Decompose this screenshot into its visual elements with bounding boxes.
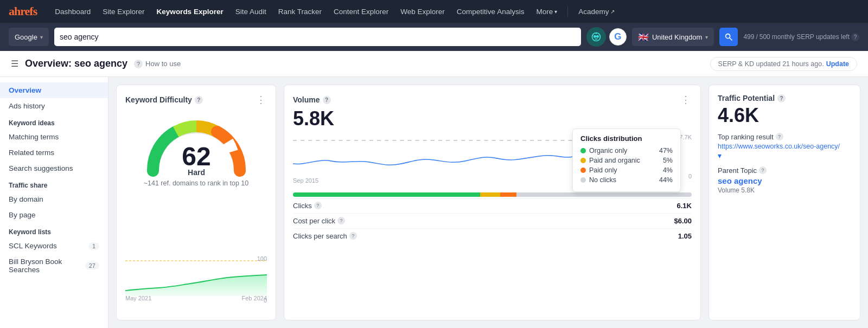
svg-text:62: 62 [182, 142, 210, 171]
search-button[interactable] [719, 28, 738, 46]
chart-y-min-label: 0 [688, 173, 692, 179]
sidebar-section-keyword-lists: Keyword lists [0, 223, 108, 238]
search-input-wrap [54, 28, 581, 46]
how-to-use-button[interactable]: ? How to use [134, 60, 181, 68]
expand-icon[interactable]: ▾ [718, 151, 851, 160]
stat-value: $6.00 [674, 217, 692, 225]
nav-item-web-explorer[interactable]: Web Explorer [394, 0, 451, 23]
chart-y-max: 100 [257, 255, 267, 262]
popup-row-organic: Organic only 47% [580, 147, 673, 155]
parent-topic-label: Parent Topic ? [718, 166, 851, 175]
stat-label: Cost per click ? [293, 217, 345, 225]
volume-card: Volume ? ⋮ 5.8K 7.7K 0 [284, 85, 701, 320]
card-menu-icon[interactable]: ⋮ [256, 94, 267, 106]
kd-chart-svg [125, 255, 267, 296]
stat-value: 1.05 [678, 232, 692, 240]
volume-chart-area: 7.7K 0 Sep 2015 p 2023 [293, 134, 692, 188]
top-result-section: Top ranking result ? https://www.seowork… [718, 133, 851, 160]
clicks-distribution-popup: Clicks distribution Organic only 47% Pai… [572, 128, 681, 192]
sidebar: Overview Ads history Keyword ideas Match… [0, 77, 108, 328]
question-icon[interactable]: ? [349, 232, 357, 240]
stat-row-cpc: Cost per click ? $6.00 [293, 213, 692, 228]
kd-card-header: Keyword Difficulty ? ⋮ [125, 94, 267, 106]
sidebar-item-by-page[interactable]: By page [0, 207, 108, 223]
nav-item-rank-tracker[interactable]: Rank Tracker [272, 0, 328, 23]
chevron-down-icon: ▾ [554, 9, 557, 15]
external-link-icon: ↗ [610, 9, 615, 15]
sidebar-item-by-domain[interactable]: By domain [0, 191, 108, 207]
pb-no-clicks [516, 192, 692, 197]
stat-row-cps: Clicks per search ? 1.05 [293, 228, 692, 243]
sidebar-item-ads-history[interactable]: Ads history [0, 98, 108, 114]
no-clicks-dot [580, 177, 586, 183]
sidebar-item-matching-terms[interactable]: Matching terms [0, 129, 108, 145]
sidebar-item-scl-keywords[interactable]: SCL Keywords 1 [0, 238, 108, 254]
nav-item-keywords-explorer[interactable]: Keywords Explorer [151, 0, 229, 23]
kd-description: ~141 ref. domains to rank in top 10 [144, 179, 249, 187]
sidebar-item-bill-bryson[interactable]: Bill Bryson Book Searches 27 [0, 254, 108, 278]
clicks-progress-bar [293, 192, 692, 197]
search-icon [724, 33, 733, 41]
popup-row-paid-organic: Paid and organic 5% [580, 157, 673, 164]
search-input[interactable] [60, 33, 576, 41]
list-count-badge: 1 [88, 242, 99, 250]
serp-count: 499 / 500 monthly SERP updates left ? [743, 33, 859, 41]
nav-item-more[interactable]: More ▾ [530, 0, 563, 23]
hamburger-icon[interactable]: ☰ [11, 59, 18, 69]
header-bar: ☰ Overview: seo agency ? How to use SERP… [0, 51, 868, 77]
sidebar-item-search-suggestions[interactable]: Search suggestions [0, 160, 108, 176]
update-link[interactable]: Update [826, 60, 849, 68]
popup-row-no-clicks: No clicks 44% [580, 176, 673, 184]
question-icon[interactable]: ? [314, 202, 322, 209]
volume-card-title: Volume ? [293, 95, 331, 104]
page-title: Overview: seo agency [25, 58, 127, 69]
question-icon[interactable]: ? [777, 94, 786, 102]
svg-point-1 [594, 36, 596, 37]
sidebar-item-related-terms[interactable]: Related terms [0, 145, 108, 160]
svg-point-2 [597, 36, 598, 37]
nav-item-competitive-analysis[interactable]: Competitive Analysis [451, 0, 531, 23]
nav-item-site-explorer[interactable]: Site Explorer [97, 0, 150, 23]
top-result-url[interactable]: https://www.seoworks.co.uk/seo-agency/ [718, 143, 851, 150]
list-count-badge: 27 [85, 262, 99, 269]
search-icons: G [586, 27, 627, 47]
popup-row-paid-only: Paid only 4% [580, 166, 673, 174]
popup-title: Clicks distribution [580, 134, 673, 143]
main-layout: Overview Ads history Keyword ideas Match… [0, 77, 868, 328]
kd-card-title: Keyword Difficulty ? [125, 95, 203, 104]
sidebar-item-overview[interactable]: Overview [0, 82, 108, 98]
country-selector-button[interactable]: 🇬🇧 United Kingdom ▾ [632, 28, 714, 46]
sidebar-section-traffic-share: Traffic share [0, 176, 108, 191]
nav-item-content-explorer[interactable]: Content Explorer [328, 0, 394, 23]
top-result-label: Top ranking result ? [718, 133, 851, 141]
stat-row-clicks: Clicks ? 6.1K [293, 198, 692, 213]
chart-y-max-label: 7.7K [679, 134, 692, 140]
paid-only-dot [580, 168, 586, 173]
question-icon[interactable]: ? [776, 133, 783, 140]
question-icon[interactable]: ? [337, 217, 345, 224]
help-icon[interactable]: ? [851, 33, 859, 41]
gauge-svg: 62 Hard [142, 111, 251, 182]
volume-card-header: Volume ? ⋮ [293, 94, 692, 106]
parent-topic-volume: Volume 5.8K [718, 186, 851, 194]
chart-y-min: 0 [264, 297, 267, 304]
question-icon[interactable]: ? [195, 96, 203, 104]
nav-item-dashboard[interactable]: Dashboard [49, 0, 97, 23]
nav-item-site-audit[interactable]: Site Audit [229, 0, 272, 23]
card-menu-icon[interactable]: ⋮ [681, 94, 692, 106]
svg-line-5 [730, 38, 732, 40]
search-engine-button[interactable]: Google ▾ [9, 28, 49, 46]
logo[interactable]: ahrefs [9, 4, 37, 18]
robot-icon[interactable] [586, 27, 606, 47]
traffic-potential-card: Traffic Potential ? 4.6K Top ranking res… [709, 85, 860, 320]
top-nav: ahrefs Dashboard Site Explorer Keywords … [0, 0, 868, 23]
parent-topic-section: Parent Topic ? seo agency Volume 5.8K [718, 166, 851, 194]
parent-topic-value[interactable]: seo agency [718, 176, 851, 185]
stat-label: Clicks ? [293, 202, 322, 210]
paid-organic-dot [580, 158, 586, 163]
question-icon[interactable]: ? [759, 166, 767, 174]
question-icon[interactable]: ? [323, 96, 331, 104]
nav-item-academy[interactable]: Academy ↗ [572, 0, 621, 23]
svg-text:Hard: Hard [188, 168, 205, 177]
nav-divider [567, 6, 568, 17]
